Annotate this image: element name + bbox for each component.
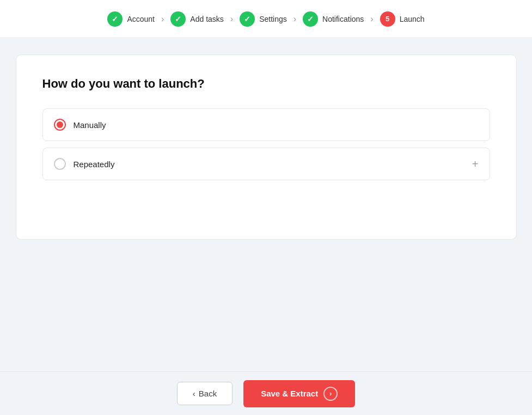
- option-manually-label: Manually: [74, 120, 106, 130]
- radio-manually-inner: [57, 121, 63, 128]
- main-content: How do you want to launch? Manually Repe…: [0, 38, 532, 371]
- stepper: ✓ Account › ✓ Add tasks › ✓ Settings › ✓…: [0, 0, 532, 38]
- arrow-circle-icon: ›: [323, 387, 338, 401]
- step-notifications[interactable]: ✓ Notifications: [303, 11, 364, 27]
- step-account-label: Account: [127, 15, 155, 23]
- back-button[interactable]: ‹ Back: [177, 382, 233, 405]
- save-extract-button[interactable]: Save & Extract ›: [243, 380, 355, 407]
- chevron-icon-1: ›: [161, 15, 164, 23]
- check-icon-4: ✓: [307, 15, 314, 23]
- step-account[interactable]: ✓ Account: [107, 11, 155, 27]
- back-label: Back: [199, 389, 217, 398]
- step-launch-label: Launch: [400, 15, 425, 23]
- step-settings-label: Settings: [259, 15, 287, 23]
- step-notifications-circle: ✓: [303, 11, 318, 27]
- footer: ‹ Back Save & Extract ›: [0, 371, 532, 415]
- plus-icon: +: [472, 158, 479, 169]
- chevron-icon-3: ›: [293, 15, 296, 23]
- card-title: How do you want to launch?: [42, 77, 490, 91]
- step-add-tasks-label: Add tasks: [190, 15, 223, 23]
- step-settings-circle: ✓: [240, 11, 255, 27]
- chevron-icon-4: ›: [370, 15, 373, 23]
- step-launch-number: 5: [386, 15, 389, 23]
- chevron-icon-2: ›: [230, 15, 233, 23]
- radio-repeatedly[interactable]: [54, 158, 66, 170]
- step-launch[interactable]: 5 Launch: [380, 11, 425, 27]
- option-repeatedly[interactable]: Repeatedly +: [42, 148, 490, 180]
- launch-card: How do you want to launch? Manually Repe…: [16, 54, 517, 240]
- radio-manually[interactable]: [54, 119, 66, 131]
- step-settings[interactable]: ✓ Settings: [240, 11, 287, 27]
- check-icon-3: ✓: [244, 15, 250, 23]
- option-manually[interactable]: Manually: [42, 108, 490, 141]
- back-chevron-icon: ‹: [193, 389, 195, 398]
- step-account-circle: ✓: [107, 11, 123, 27]
- save-label: Save & Extract: [261, 389, 318, 398]
- option-repeatedly-label: Repeatedly: [74, 160, 115, 169]
- arrow-right-icon: ›: [329, 389, 332, 398]
- check-icon: ✓: [112, 15, 118, 23]
- step-notifications-label: Notifications: [322, 15, 364, 23]
- step-add-tasks[interactable]: ✓ Add tasks: [170, 11, 223, 27]
- step-add-tasks-circle: ✓: [170, 11, 186, 27]
- check-icon-2: ✓: [175, 15, 181, 23]
- step-launch-circle: 5: [380, 11, 395, 27]
